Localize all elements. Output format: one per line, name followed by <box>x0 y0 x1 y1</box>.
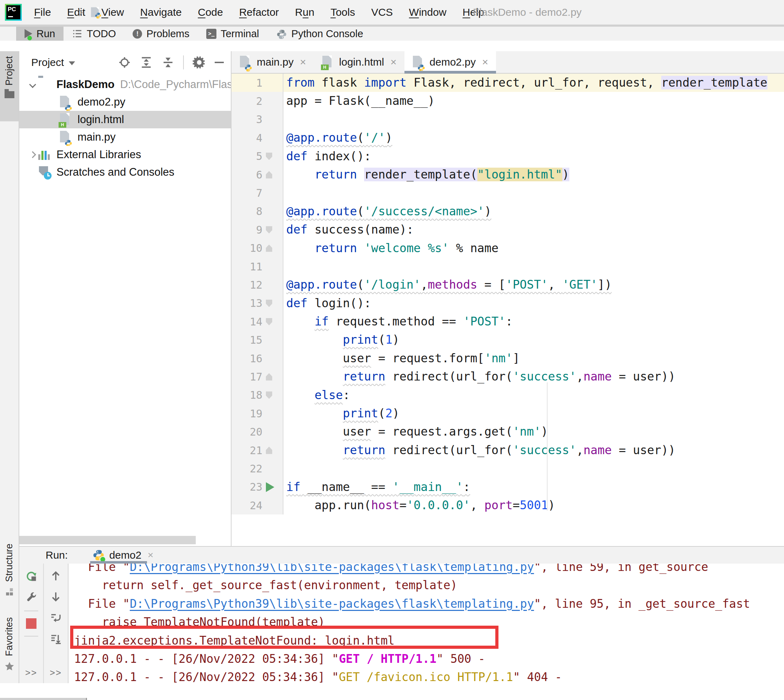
editor-line-16[interactable]: 16 user = request.form['nm'] <box>232 349 784 368</box>
fold-down-icon[interactable] <box>266 153 272 160</box>
console-line: raise TemplateNotFound(template) <box>74 613 784 631</box>
statusbar-todo-button[interactable]: TODO <box>63 27 124 41</box>
close-icon[interactable]: × <box>482 56 488 68</box>
tree-item-main-py[interactable]: main.py <box>19 128 231 146</box>
menu-item-vcs[interactable]: VCS <box>363 6 401 18</box>
editor-line-3[interactable]: 3 <box>232 110 784 129</box>
stripe-project-button[interactable]: Project <box>0 51 18 121</box>
run-gutter-icon[interactable] <box>266 482 274 492</box>
editor-line-18[interactable]: 18 else: <box>232 386 784 404</box>
editor-line-5[interactable]: 5def index(): <box>232 147 784 165</box>
gutter <box>262 294 284 312</box>
scroll-to-end-icon[interactable] <box>50 633 62 645</box>
status-bar: Run TODO ! Problems >_ Terminal Python C… <box>0 26 784 41</box>
statusbar-terminal-button[interactable]: >_ Terminal <box>198 27 268 41</box>
editor-line-23[interactable]: 23if __name__ == '__main__': <box>232 478 784 496</box>
chevron-down-icon[interactable] <box>27 82 38 87</box>
stop-icon[interactable] <box>26 618 37 629</box>
menu-item-file[interactable]: File <box>26 6 59 18</box>
fold-up-icon[interactable] <box>266 373 272 380</box>
tab-demo2-py[interactable]: demo2.py× <box>404 51 496 73</box>
editor-line-19[interactable]: 19 print(2) <box>232 404 784 423</box>
expand-all-icon[interactable] <box>140 56 153 69</box>
editor-line-12[interactable]: 12@app.route('/login',methods = ['POST',… <box>232 276 784 294</box>
fold-up-icon[interactable] <box>266 245 272 252</box>
locate-icon[interactable] <box>118 56 131 69</box>
hide-icon[interactable] <box>215 62 224 63</box>
gutter <box>262 239 284 257</box>
console-line: return self._get_source_fast(environment… <box>74 576 784 595</box>
tree-item-scratches-and-consoles[interactable]: Scratches and Consoles <box>19 163 231 181</box>
editor-line-21[interactable]: 21 return redirect(url_for('success',nam… <box>232 441 784 459</box>
settings-icon[interactable] <box>192 55 206 70</box>
editor-line-17[interactable]: 17 return redirect(url_for('success',nam… <box>232 368 784 386</box>
editor-line-15[interactable]: 15 print(1) <box>232 331 784 349</box>
editor-line-4[interactable]: 4@app.route('/') <box>232 129 784 147</box>
chevron-right-icon[interactable] <box>27 152 38 157</box>
menu-item-refactor[interactable]: Refactor <box>231 6 287 18</box>
editor-line-24[interactable]: 24 app.run(host='0.0.0.0', port=5001) <box>232 496 784 515</box>
horizontal-scrollbar[interactable] <box>19 536 196 544</box>
menu-item-navigate[interactable]: Navigate <box>132 6 190 18</box>
close-icon[interactable]: × <box>390 56 397 68</box>
editor-line-14[interactable]: 14 if request.method == 'POST': <box>232 312 784 331</box>
run-tab-demo2[interactable]: demo2 × <box>92 547 153 563</box>
menu-item-code[interactable]: Code <box>190 6 231 18</box>
editor-line-2[interactable]: 2app = Flask(__name__) <box>232 92 784 110</box>
close-icon[interactable]: × <box>148 550 153 561</box>
collapse-all-icon[interactable] <box>161 56 175 69</box>
chevron-down-icon[interactable] <box>69 62 75 65</box>
fold-down-icon[interactable] <box>266 300 272 307</box>
python-run-icon <box>92 549 105 562</box>
statusbar-python-console-button[interactable]: Python Console <box>268 27 372 41</box>
run-console[interactable]: File "D:\Programs\Python39\lib\site-pack… <box>69 563 784 683</box>
editor-code-area[interactable]: 1from flask import Flask, redirect, url_… <box>232 73 784 515</box>
rerun-icon[interactable] <box>25 570 38 583</box>
scrollbar-thumb[interactable] <box>0 698 87 700</box>
console-file-link[interactable]: D:\Programs\Python39\lib\site-packages\f… <box>130 563 534 574</box>
more-icon[interactable]: >> <box>25 667 37 678</box>
tree-item-demo2-py[interactable]: demo2.py <box>19 93 231 111</box>
fold-up-icon[interactable] <box>266 447 272 454</box>
menu-item-tools[interactable]: Tools <box>322 6 363 18</box>
fold-down-icon[interactable] <box>266 392 272 399</box>
line-number: 6 <box>232 165 262 184</box>
line-number: 23 <box>232 478 262 496</box>
console-file-link[interactable]: D:\Programs\Python39\lib\site-packages\f… <box>130 597 534 610</box>
editor-line-10[interactable]: 10 return 'welcome %s' % name <box>232 239 784 257</box>
close-icon[interactable]: × <box>300 56 306 68</box>
more-icon[interactable]: >> <box>50 667 62 678</box>
tree-item-login-html[interactable]: Hlogin.html <box>19 111 231 128</box>
editor-line-7[interactable]: 7 <box>232 184 784 202</box>
fold-up-icon[interactable] <box>266 171 272 178</box>
menu-item-window[interactable]: Window <box>401 6 455 18</box>
fold-down-icon[interactable] <box>266 226 272 233</box>
console-error-line: jinja2.exceptions.TemplateNotFound: logi… <box>74 632 784 650</box>
editor-line-8[interactable]: 8@app.route('/success/<name>') <box>232 202 784 221</box>
tab-login-html[interactable]: Hlogin.html× <box>314 51 404 73</box>
editor-line-20[interactable]: 20 user = request.args.get('nm') <box>232 423 784 441</box>
editor-line-9[interactable]: 9def success(name): <box>232 221 784 239</box>
statusbar-run-button[interactable]: Run <box>16 27 63 41</box>
stripe-structure-button[interactable]: Structure <box>0 539 18 610</box>
gutter <box>262 276 284 294</box>
menu-item-run[interactable]: Run <box>287 6 322 18</box>
project-panel-title[interactable]: Project <box>31 57 64 68</box>
tab-main-py[interactable]: main.py× <box>232 51 314 73</box>
fold-down-icon[interactable] <box>266 318 272 325</box>
star-icon <box>4 661 15 672</box>
up-arrow-icon[interactable] <box>50 570 62 582</box>
statusbar-problems-button[interactable]: ! Problems <box>124 27 198 41</box>
line-number: 24 <box>232 496 262 515</box>
settings-wrench-icon[interactable] <box>25 592 37 603</box>
editor-line-13[interactable]: 13def login(): <box>232 294 784 312</box>
editor-line-1[interactable]: 1from flask import Flask, redirect, url_… <box>232 73 784 92</box>
editor-line-22[interactable]: 22 <box>232 459 784 478</box>
down-arrow-icon[interactable] <box>50 591 62 603</box>
jump-to-icon[interactable] <box>50 612 62 624</box>
editor-line-6[interactable]: 6 return render_template("login.html") <box>232 165 784 184</box>
tree-item-flaskdemo[interactable]: FlaskDemoD:\Code_Pycharm\Flas <box>19 76 231 93</box>
editor-line-11[interactable]: 11 <box>232 257 784 276</box>
stripe-favorites-button[interactable]: Favorites <box>0 612 18 685</box>
tree-item-external-libraries[interactable]: External Libraries <box>19 146 231 163</box>
